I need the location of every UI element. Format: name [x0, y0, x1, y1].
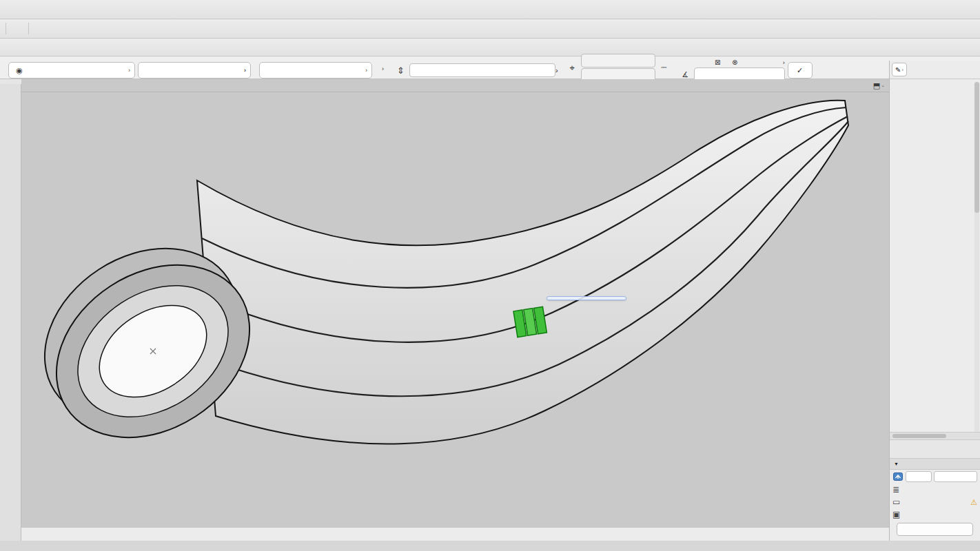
- warning-icon: ⚠: [970, 498, 977, 507]
- navigator-header: ✎ ›: [890, 61, 980, 79]
- view-id-field[interactable]: [906, 471, 932, 482]
- archicad-window: ◉ › › › › ⇕ › ⌖: [0, 0, 980, 551]
- layer-selector[interactable]: ◉ ›: [8, 62, 135, 79]
- chevron-right-icon: ›: [128, 67, 130, 74]
- separator: [28, 23, 29, 34]
- settings-button[interactable]: [897, 523, 973, 536]
- collapse-triangle-icon: ▼: [894, 461, 899, 466]
- eye-icon: ◉: [14, 63, 25, 78]
- separator: [6, 23, 6, 34]
- home-story-selector[interactable]: ›: [379, 66, 384, 73]
- elevation-icon: ⇕: [393, 63, 409, 78]
- bottom-strip: [0, 541, 980, 551]
- model-structure-body: [197, 101, 848, 444]
- chevron-right-icon: ›: [244, 67, 246, 74]
- origin-lock-icon[interactable]: ⊠: [710, 58, 726, 67]
- relative-coords-group: ⊠ ⊗ › ∡: [677, 58, 785, 81]
- navigator-action-bar: [890, 439, 980, 459]
- home-story-group: ›: [379, 66, 384, 73]
- toolbox: [0, 84, 21, 541]
- view-name-field[interactable]: [934, 471, 977, 482]
- 3d-window-icon: [42, 21, 58, 36]
- pen-icon: ✎: [895, 66, 901, 74]
- check-brush-icon: ✓: [797, 66, 803, 75]
- tab-bar: ⬒ ⌄: [21, 79, 889, 92]
- toolbar-display-options: [0, 39, 980, 56]
- toolbar-view: [0, 19, 980, 39]
- toolbar-standard: [0, 0, 980, 19]
- coordinates-group: ⌖ ⎓: [564, 54, 673, 82]
- caret-down-icon: ⌄: [881, 83, 885, 88]
- favorite-selector[interactable]: ›: [138, 62, 251, 79]
- element-tooltip: [547, 296, 626, 300]
- view-selector[interactable]: ›: [259, 62, 372, 79]
- layer-combination-row[interactable]: ≣: [890, 484, 980, 496]
- chevron-right-icon: ›: [365, 67, 367, 74]
- coordinates-icon: ⌖: [564, 61, 580, 75]
- scale-row[interactable]: ▭ ⚠: [890, 496, 980, 508]
- penset-icon: ▣: [892, 510, 904, 519]
- coordinate-x-field[interactable]: [581, 54, 655, 67]
- selected-object[interactable]: [513, 306, 547, 337]
- chevron-right-icon[interactable]: ›: [783, 59, 785, 66]
- status-bar: [21, 527, 889, 541]
- tree-vertical-scrollbar[interactable]: [974, 82, 979, 432]
- view-map-tree: [890, 79, 980, 432]
- tab-options-button[interactable]: ⬒ ⌄: [873, 79, 889, 92]
- apply-parameters-button[interactable]: ✓: [788, 62, 813, 79]
- elevation-field[interactable]: [409, 63, 555, 77]
- origin-reset-icon[interactable]: ⊗: [727, 58, 743, 67]
- 3d-model-view: [21, 92, 889, 527]
- 3d-document-icon: [892, 472, 904, 481]
- layers-icon: ≣: [892, 485, 904, 495]
- penset-row[interactable]: ▣: [890, 508, 980, 521]
- pen-set-selector[interactable]: ✎ ›: [892, 63, 907, 76]
- scale-icon: ▭: [892, 497, 904, 507]
- chevron-right-icon: ›: [382, 66, 384, 73]
- chevron-right-icon: ›: [555, 66, 558, 74]
- properties-header[interactable]: ▼: [890, 459, 980, 470]
- drawing-canvas[interactable]: [21, 92, 889, 527]
- tree-horizontal-scrollbar[interactable]: [890, 432, 980, 439]
- 3d-window-button[interactable]: [36, 20, 67, 37]
- chain-link-icon: ⎓: [656, 61, 672, 75]
- elevation-group: ⇕ ›: [392, 63, 558, 78]
- navigator-panel: ✎ › ▼ ≣ ▭ ⚠ ▣: [889, 61, 980, 551]
- info-box-bar: ◉ › › › › ⇕ › ⌖: [0, 56, 980, 79]
- view-id-row: [890, 470, 980, 484]
- document-tabs: [21, 79, 873, 92]
- chevron-right-icon: ›: [901, 67, 903, 72]
- angle-icon: ∡: [677, 69, 693, 80]
- quick-options-icon: ⬒: [873, 81, 880, 90]
